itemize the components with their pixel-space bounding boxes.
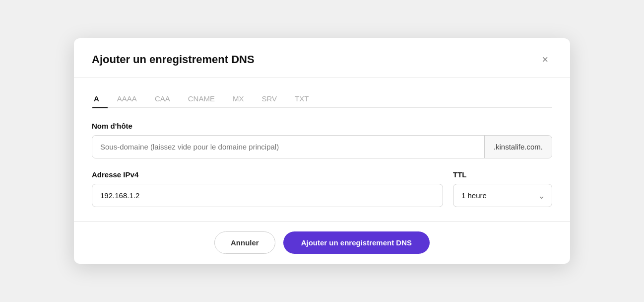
- hostname-input[interactable]: [92, 136, 484, 158]
- hostname-row: .kinstalife.com.: [92, 135, 552, 158]
- close-button[interactable]: ×: [538, 52, 552, 67]
- ttl-select[interactable]: 1 heure 5 minutes 30 minutes 2 heures 12…: [453, 184, 552, 207]
- hostname-section: Nom d'hôte .kinstalife.com.: [92, 122, 552, 158]
- modal-body: A AAAA CAA CNAME MX SRV TXT Nom d'hôte .…: [74, 77, 570, 221]
- cancel-button[interactable]: Annuler: [214, 231, 275, 254]
- ipv4-input[interactable]: [92, 184, 443, 207]
- tab-cname[interactable]: CNAME: [179, 89, 224, 108]
- modal-footer: Annuler Ajouter un enregistrement DNS: [74, 221, 570, 264]
- tab-caa[interactable]: CAA: [146, 89, 179, 108]
- hostname-label: Nom d'hôte: [92, 122, 552, 130]
- ipv4-label: Adresse IPv4: [92, 170, 443, 179]
- ipv4-section: Adresse IPv4: [92, 170, 443, 207]
- tab-a[interactable]: A: [92, 89, 108, 108]
- ttl-select-wrapper: 1 heure 5 minutes 30 minutes 2 heures 12…: [453, 184, 552, 207]
- hostname-suffix: .kinstalife.com.: [484, 136, 552, 158]
- submit-button[interactable]: Ajouter un enregistrement DNS: [283, 231, 430, 254]
- tab-aaaa[interactable]: AAAA: [108, 89, 146, 108]
- tab-srv[interactable]: SRV: [253, 89, 286, 108]
- tab-bar: A AAAA CAA CNAME MX SRV TXT: [92, 89, 552, 108]
- fields-row: Adresse IPv4 TTL 1 heure 5 minutes 30 mi…: [92, 170, 552, 207]
- modal: Ajouter un enregistrement DNS × A AAAA C…: [74, 38, 570, 264]
- modal-title: Ajouter un enregistrement DNS: [92, 53, 255, 66]
- ttl-label: TTL: [453, 170, 552, 179]
- tab-txt[interactable]: TXT: [286, 89, 318, 108]
- ttl-section: TTL 1 heure 5 minutes 30 minutes 2 heure…: [453, 170, 552, 207]
- tab-mx[interactable]: MX: [224, 89, 253, 108]
- modal-header: Ajouter un enregistrement DNS ×: [74, 38, 570, 77]
